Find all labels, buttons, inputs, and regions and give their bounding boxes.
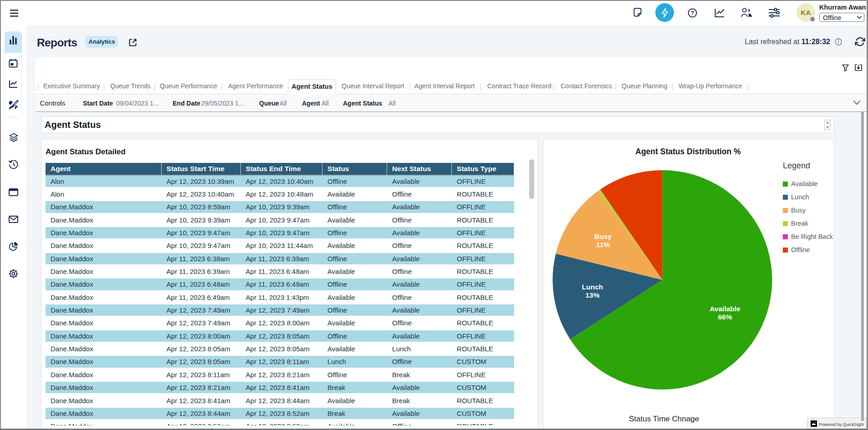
svg-text:66%: 66%	[718, 313, 732, 321]
svg-text:13%: 13%	[585, 291, 599, 299]
svg-text:Available: Available	[710, 305, 740, 313]
svg-text:11%: 11%	[596, 241, 610, 248]
svg-text:?: ?	[691, 10, 694, 16]
svg-text:Lunch: Lunch	[582, 283, 603, 291]
svg-text:Busy: Busy	[594, 233, 612, 240]
